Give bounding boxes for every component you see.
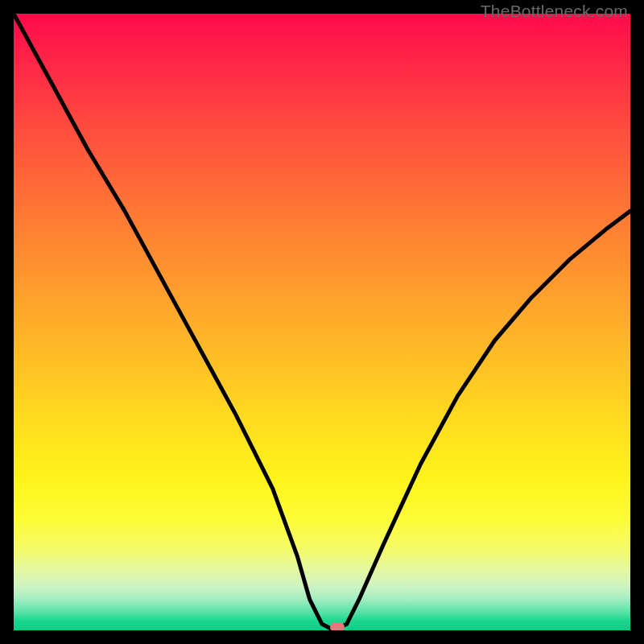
chart-stage: TheBottleneck.com	[0, 0, 644, 644]
optimal-point-marker	[330, 622, 345, 630]
plot-area	[14, 14, 630, 630]
bottleneck-curve	[14, 14, 630, 630]
watermark-text: TheBottleneck.com	[481, 2, 628, 21]
